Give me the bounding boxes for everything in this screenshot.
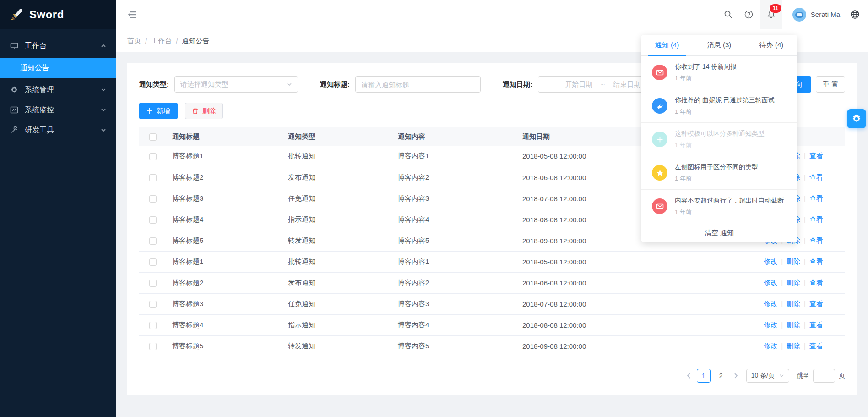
chevron-down-icon xyxy=(287,82,292,87)
select-all-checkbox[interactable] xyxy=(149,133,157,141)
notice-title-input[interactable] xyxy=(355,76,481,93)
row-checkbox[interactable] xyxy=(149,195,157,203)
row-checkbox[interactable] xyxy=(149,343,157,350)
chevron-down-icon xyxy=(779,373,784,378)
edit-link[interactable]: 修改 xyxy=(764,258,777,265)
delete-link[interactable]: 删除 xyxy=(787,321,800,329)
sidebar-item-workbench[interactable]: 工作台 xyxy=(0,36,116,56)
mail-icon xyxy=(656,203,664,210)
chevron-down-icon xyxy=(101,127,106,133)
next-page-icon[interactable] xyxy=(732,373,739,379)
delete-link[interactable]: 删除 xyxy=(787,279,800,286)
user-menu[interactable]: Serati Ma xyxy=(792,8,840,22)
view-link[interactable]: 查看 xyxy=(809,173,823,181)
sidebar-item-notice[interactable]: 通知公告 xyxy=(0,58,116,78)
edit-link[interactable]: 修改 xyxy=(764,279,777,286)
language-switch[interactable] xyxy=(850,10,860,19)
view-link[interactable]: 查看 xyxy=(809,342,823,350)
cell-content: 博客内容1 xyxy=(392,251,517,272)
edit-link[interactable]: 修改 xyxy=(764,342,777,350)
notice-type-select[interactable]: 请选择通知类型 xyxy=(174,76,298,93)
row-checkbox[interactable] xyxy=(149,237,157,245)
row-checkbox[interactable] xyxy=(149,322,157,329)
notification-item[interactable]: 内容不要超过两行字，超出时自动截断 1 年前 xyxy=(641,190,797,223)
notification-item[interactable]: 你收到了 14 份新周报 1 年前 xyxy=(641,56,797,89)
delete-link[interactable]: 删除 xyxy=(787,300,800,307)
add-button[interactable]: 新增 xyxy=(139,103,178,119)
cell-type: 发布通知 xyxy=(282,272,392,293)
row-checkbox[interactable] xyxy=(149,301,157,308)
row-checkbox[interactable] xyxy=(149,153,157,160)
row-checkbox[interactable] xyxy=(149,280,157,287)
view-link[interactable]: 查看 xyxy=(809,236,823,244)
delete-link[interactable]: 删除 xyxy=(787,258,800,265)
dove-icon xyxy=(656,102,664,110)
sidebar-menu: 工作台 通知公告 系统管理 系统监控 研发工具 xyxy=(0,29,116,140)
jump-page-input[interactable] xyxy=(813,369,835,383)
sidebar-item-system-admin[interactable]: 系统管理 xyxy=(0,80,116,100)
notification-title: 这种模板可以区分多种通知类型 xyxy=(675,130,788,138)
edit-link[interactable]: 修改 xyxy=(764,321,777,329)
monitor-icon xyxy=(10,42,18,50)
gear-icon xyxy=(10,86,18,94)
table-row: 博客标题5 转发通知 博客内容5 2018-09-08 12:00:00 修改|… xyxy=(139,335,845,357)
notification-item[interactable]: 左侧图标用于区分不同的类型 1 年前 xyxy=(641,156,797,190)
date-start-placeholder: 开始日期 xyxy=(565,80,593,89)
notification-title: 内容不要超过两行字，超出时自动截断 xyxy=(675,197,788,205)
view-link[interactable]: 查看 xyxy=(809,194,823,202)
row-checkbox[interactable] xyxy=(149,258,157,266)
view-link[interactable]: 查看 xyxy=(809,279,823,286)
notification-dropdown: 通知 (4) 消息 (3) 待办 (4) 你收到了 14 份新周报 1 年前 xyxy=(641,35,797,242)
notification-item[interactable]: 你推荐的 曲妮妮 已通过第三轮面试 1 年前 xyxy=(641,89,797,123)
menu-fold-icon[interactable] xyxy=(127,10,137,20)
breadcrumb-workbench[interactable]: 工作台 xyxy=(151,37,172,45)
page-size-select[interactable]: 10 条/页 xyxy=(746,369,789,383)
sidebar-item-dev-tools[interactable]: 研发工具 xyxy=(0,120,116,140)
pagination: 1 2 10 条/页 跳至 页 xyxy=(139,369,845,383)
page-button-2[interactable]: 2 xyxy=(714,369,728,383)
table-row: 博客标题3 任免通知 博客内容3 2018-07-08 12:00:00 修改|… xyxy=(139,293,845,314)
clear-notifications-button[interactable]: 清空 通知 xyxy=(641,223,797,242)
cell-title: 博客标题1 xyxy=(167,146,282,167)
notification-bell-button[interactable]: 11 xyxy=(760,0,782,29)
cell-type: 批转通知 xyxy=(282,251,392,272)
header-search-icon[interactable] xyxy=(724,10,732,19)
notification-time: 1 年前 xyxy=(675,208,788,216)
table-row: 博客标题1 批转通知 博客内容1 2018-05-08 12:00:00 修改|… xyxy=(139,251,845,272)
delete-button[interactable]: 删除 xyxy=(185,103,223,119)
tab-messages[interactable]: 消息 (3) xyxy=(693,35,745,55)
notification-title: 你推荐的 曲妮妮 已通过第三轮面试 xyxy=(675,96,788,104)
theme-settings-button[interactable] xyxy=(847,109,866,128)
cell-type: 批转通知 xyxy=(282,146,392,167)
view-link[interactable]: 查看 xyxy=(809,152,823,159)
prev-page-icon[interactable] xyxy=(686,373,692,379)
breadcrumb-home[interactable]: 首页 xyxy=(127,37,141,45)
reset-button[interactable]: 重 置 xyxy=(816,76,845,93)
page-button-1[interactable]: 1 xyxy=(697,369,711,383)
row-checkbox[interactable] xyxy=(149,216,157,224)
row-checkbox[interactable] xyxy=(149,174,157,181)
delete-link[interactable]: 删除 xyxy=(787,342,800,350)
logo[interactable]: Sword xyxy=(0,0,116,29)
tab-notices[interactable]: 通知 (4) xyxy=(641,35,693,55)
sidebar-item-system-monitor[interactable]: 系统监控 xyxy=(0,100,116,120)
view-link[interactable]: 查看 xyxy=(809,300,823,307)
breadcrumb-current: 通知公告 xyxy=(182,37,209,45)
view-link[interactable]: 查看 xyxy=(809,215,823,223)
tab-todos[interactable]: 待办 (4) xyxy=(745,35,797,55)
chevron-down-icon xyxy=(101,87,106,93)
col-header-type: 通知类型 xyxy=(282,127,392,146)
view-link[interactable]: 查看 xyxy=(809,258,823,265)
view-link[interactable]: 查看 xyxy=(809,321,823,329)
notification-item[interactable]: 这种模板可以区分多种通知类型 1 年前 xyxy=(641,123,797,156)
cell-date: 2018-08-08 12:00:00 xyxy=(517,314,731,335)
cell-title: 博客标题4 xyxy=(167,314,282,335)
help-icon[interactable] xyxy=(744,10,753,19)
sidebar: Sword 工作台 通知公告 系统管理 系统监控 xyxy=(0,0,116,417)
notification-badge: 11 xyxy=(770,4,781,13)
cell-content: 博客内容4 xyxy=(392,314,517,335)
edit-link[interactable]: 修改 xyxy=(764,300,777,307)
cell-type: 任免通知 xyxy=(282,293,392,314)
mail-icon xyxy=(656,69,664,77)
gear-icon xyxy=(852,114,862,124)
